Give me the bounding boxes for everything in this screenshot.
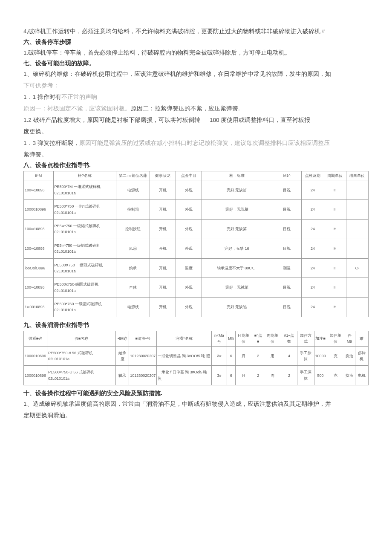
col-header: 加住方式 <box>297 331 314 346</box>
cell: 克 <box>327 366 344 385</box>
cell: 2 <box>281 366 297 385</box>
cell: H <box>324 278 346 298</box>
cell: 开机 <box>150 258 176 278</box>
cell: 1000010896 <box>24 366 47 385</box>
cell <box>346 298 368 317</box>
cell: 电源线 <box>116 298 150 317</box>
cell: 目视 <box>272 239 302 258</box>
cell: 电机 <box>355 366 368 385</box>
col-header: #1«点数 <box>281 331 297 346</box>
table-row: looOolO896PE500X750 一级颚式破碎机 02L010101a妁承… <box>24 258 369 278</box>
col-header: 加注■ <box>314 331 327 346</box>
col-header: 彼看■碑 <box>24 331 47 346</box>
para-7-2: 1．1 操作时有不正常的声响 <box>23 91 369 103</box>
cell: 3# <box>211 346 227 366</box>
cell: 风扇 <box>116 239 150 258</box>
cell: 月 <box>235 346 252 366</box>
para-7-1b: 下可供参考： <box>23 80 369 91</box>
col-header: ■°点■ <box>252 331 264 346</box>
cell: 1000010896 <box>24 200 54 220</box>
table-row: 100∞10896PE5∞*750 一级韬式破碎机 02L010101a控制按钮… <box>24 219 369 239</box>
cell: 电源线 <box>116 180 150 200</box>
cell: PE500*750-tt 56 式破砰机 02L010101a <box>47 346 116 366</box>
cell: 轴承 <box>115 366 129 385</box>
cell: 24 <box>302 200 324 220</box>
col-header: H 期单位 <box>235 331 252 346</box>
heading-7: 七、设备可能出现的故障。 <box>23 60 369 67</box>
cell: C³ <box>346 258 368 278</box>
col-header: 任M9 <box>344 331 355 346</box>
cell: H <box>324 219 346 239</box>
cell: PE500*750 一®?!式破碎机 02L010101a <box>53 200 116 220</box>
txt: 原因二：拉紧弹簧压的不紧，应压紧弹簧. <box>131 105 240 112</box>
cell: 1000010696 <box>24 346 47 366</box>
para-7-3: 原因一：衬板固定不紧，应该紧固衬板。原因二：拉紧弹簧压的不紧，应压紧弹簧. <box>23 103 369 114</box>
para-7-5b: 紧弹簧。 <box>23 149 369 160</box>
col-header: 周期单位 <box>264 331 281 346</box>
cell: 4 <box>281 346 297 366</box>
heading-9: 九、设备润滑作业指导书 <box>23 321 369 329</box>
cell: 10000 <box>314 346 327 366</box>
cell: 紬承座 <box>115 346 129 366</box>
cell: 开机 <box>150 180 176 200</box>
col-header: 检，标准 <box>202 171 272 180</box>
cell: H <box>324 298 346 317</box>
para-10-2: 定期更换润滑油。 <box>23 410 369 421</box>
cell: 外观 <box>176 239 202 258</box>
col-header: 点金中目 <box>176 171 202 180</box>
col-header: •ft#称 <box>115 331 129 346</box>
txt: 1．3 弹簧拉杆断裂， <box>23 140 79 146</box>
cell: 3# <box>211 366 227 385</box>
cell <box>346 278 368 298</box>
cell: 妁承 <box>116 258 150 278</box>
cell: PE500*750 一级圜式破踤机 02L010101a <box>53 298 116 317</box>
cell: 100∞10896 <box>24 180 54 200</box>
cell: 6 <box>227 366 235 385</box>
cell: 温度 <box>176 258 202 278</box>
cell: 用 <box>264 346 281 366</box>
cell: 一或化钥整晶 陶 3#OO!5 吨 照 <box>157 346 212 366</box>
cell: 目视 <box>272 298 302 317</box>
table-row: 1000010896PE500*750 一®?!式破碎机 02L010101a控… <box>24 200 369 220</box>
cell: 目柷 <box>272 219 302 239</box>
heading-10: 十、设备操作过程中可能遇到的安全风险及预防措施. <box>23 390 369 397</box>
col-header: 难 <box>355 331 368 346</box>
para-stop: 1.破碎机停车：停车前，首先必须停止给料，待破碎腔内的物料完全被破碎排除后，方可… <box>23 47 369 58</box>
cell: 手工深抹 <box>297 366 314 385</box>
cell: 换油 <box>344 366 355 385</box>
col-header: 点检及期 <box>302 171 324 180</box>
cell: 24 <box>302 219 324 239</box>
para-7-4b: 废更换。 <box>23 126 369 137</box>
cell: 24 <box>302 239 324 258</box>
col-header: n<Ma号 <box>211 331 227 346</box>
cell: 目视 <box>272 200 302 220</box>
col-header: 涧滑*名称 <box>157 331 212 346</box>
cell: 24 <box>302 298 324 317</box>
cell: PE5∞*750 一级韬式破碎机 02L010101a <box>53 219 116 239</box>
cell: 手工徐抹 <box>297 346 314 366</box>
col-header: 加住单位 <box>327 331 344 346</box>
table-row: 1000010696PE500*750-tt 56 式破砰机 02L010101… <box>24 346 369 366</box>
para-7-5a: 1．3 弹簧拉杆断裂，原因可能是弹簧压的过紧或在减小排料口时忘记放松弹簧，建议每… <box>23 137 369 149</box>
cell: 500 <box>314 366 327 385</box>
col-header: 结果单位 <box>346 171 368 180</box>
cell <box>346 239 368 258</box>
table-row: 100∞10896PE500x750-级圜式破辞机 02L010101a本体开机… <box>24 278 369 298</box>
cell: 2 <box>252 366 264 385</box>
cell: PE500×750-U 56 式破碎机 02L010101a <box>47 366 116 385</box>
cell <box>346 200 368 220</box>
heading-6: 六、设备停车步骤 <box>23 38 369 46</box>
cell: 控制按钮 <box>116 219 150 239</box>
cell: looOolO896 <box>24 258 54 278</box>
table-head-row: tt*M栣?名称第二 m 部位名藤健事状龙点金中目检，标准M1^点检及期周期单位… <box>24 171 369 180</box>
cell: 开机 <box>150 200 176 220</box>
cell: H <box>324 239 346 258</box>
cell: H <box>324 200 346 220</box>
col-header: ■渭泊•号 <box>129 331 157 346</box>
cell: 24 <box>302 258 324 278</box>
cell: 100∞10896 <box>24 278 54 298</box>
cell: 外观 <box>176 180 202 200</box>
txt-gray: 不正常的声响 <box>61 94 97 100</box>
cell: 101230020207 <box>129 366 157 385</box>
cell: PE500X750 一级颚式破碎机 02L010101a <box>53 258 116 278</box>
